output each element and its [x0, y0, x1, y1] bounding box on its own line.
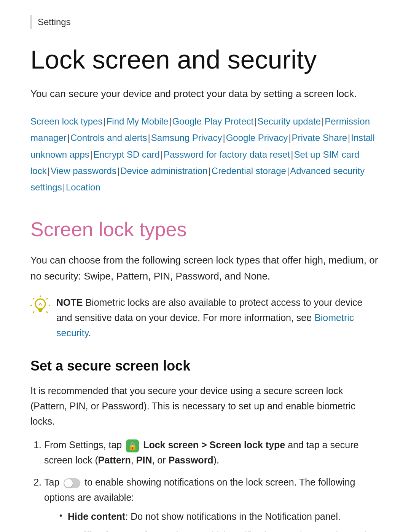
step-2-sub-1: Hide content: Do not show notifications …: [59, 509, 381, 524]
svg-line-12: [40, 303, 42, 305]
nav-link-credential[interactable]: Credential storage: [212, 166, 286, 176]
nav-link-google-play-protect[interactable]: Google Play Protect: [172, 116, 253, 126]
step-2-sublist: Hide content: Do not show notifications …: [44, 509, 381, 532]
steps-list: From Settings, tap Lock screen > Screen …: [30, 437, 381, 532]
breadcrumb: Settings: [30, 15, 381, 29]
step-1: From Settings, tap Lock screen > Screen …: [44, 437, 381, 468]
svg-rect-8: [38, 308, 43, 310]
nav-link-location[interactable]: Location: [66, 182, 100, 192]
nav-link-password-factory[interactable]: Password for factory data reset: [164, 149, 290, 160]
svg-rect-10: [39, 311, 42, 312]
svg-line-4: [33, 298, 34, 299]
nav-link-private-share[interactable]: Private Share: [292, 133, 347, 143]
nav-link-encrypt-sd[interactable]: Encrypt SD card: [93, 149, 160, 160]
toggle-icon: [64, 478, 80, 488]
svg-line-1: [46, 298, 48, 299]
step-1-text: From Settings, tap Lock screen > Screen …: [44, 439, 358, 465]
nav-link-device-admin[interactable]: Device administration: [120, 166, 207, 176]
nav-link-security-update[interactable]: Security update: [257, 116, 321, 126]
subsection-intro-secure-lock: It is recommended that you secure your d…: [30, 383, 381, 429]
nav-link-controls-alerts[interactable]: Controls and alerts: [70, 133, 147, 143]
nav-links: Screen lock types|Find My Mobile|Google …: [30, 113, 381, 195]
svg-rect-9: [38, 310, 42, 311]
step-2-sub-2: Notifications to show: Choose which noti…: [59, 528, 381, 532]
step-2-text: Tap to enable showing notifications on t…: [44, 477, 355, 503]
note-box: NOTE Biometric locks are also available …: [30, 295, 381, 340]
nav-link-samsung-privacy[interactable]: Samsung Privacy: [151, 133, 222, 143]
lock-screen-icon: [126, 439, 139, 452]
nav-link-screen-lock-types[interactable]: Screen lock types: [30, 116, 102, 126]
svg-line-3: [46, 312, 48, 313]
svg-line-6: [33, 312, 34, 313]
nav-link-view-passwords[interactable]: View passwords: [51, 166, 116, 176]
lightbulb-icon: [30, 296, 50, 315]
nav-link-find-my-mobile[interactable]: Find My Mobile: [107, 116, 169, 126]
section-title-screen-lock: Screen lock types: [30, 214, 381, 244]
page-intro: You can secure your device and protect y…: [30, 86, 381, 102]
page-title: Lock screen and security: [30, 44, 381, 75]
step-2: Tap to enable showing notifications on t…: [44, 474, 381, 532]
note-text: NOTE Biometric locks are also available …: [56, 295, 381, 340]
nav-link-google-privacy[interactable]: Google Privacy: [226, 133, 288, 143]
svg-point-7: [35, 299, 45, 309]
subsection-title-secure-lock: Set a secure screen lock: [30, 356, 381, 376]
section-intro-screen-lock: You can choose from the following screen…: [30, 252, 381, 284]
